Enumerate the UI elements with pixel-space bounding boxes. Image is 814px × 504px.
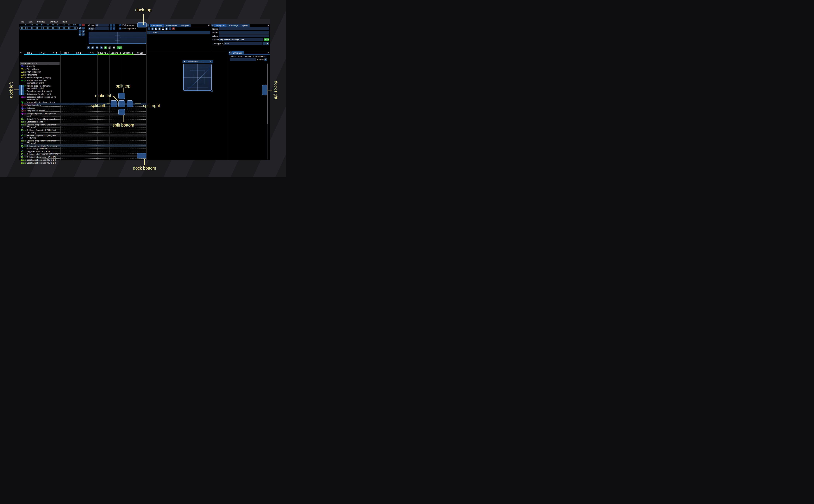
effect-row[interactable]: 06xyVolume slide + portamento (compatibi…	[21, 85, 61, 90]
pattern-cell[interactable]	[60, 126, 73, 129]
effect-table[interactable]: 00xyArpeggio01xxPitch slide up02xxPitch …	[21, 65, 61, 164]
effect-row[interactable]: 0FxxSet speed (speed 2 if no grooves exi…	[21, 112, 61, 118]
instruments-close-icon[interactable]: ✕	[208, 24, 210, 26]
pattern-cell[interactable]	[60, 150, 73, 152]
pattern-cell[interactable]	[97, 147, 110, 150]
instrument-list-item[interactable]: - None -	[147, 31, 210, 34]
transport-play-button[interactable]	[87, 46, 90, 49]
split-bottom-handle[interactable]	[118, 109, 125, 115]
pattern-cell[interactable]	[122, 116, 134, 118]
pattern-cell[interactable]	[73, 150, 85, 152]
pattern-cell[interactable]	[73, 126, 85, 129]
follow-pattern-checkbox[interactable]	[119, 27, 121, 30]
pattern-cell[interactable]	[109, 144, 122, 147]
effect-row[interactable]: 07xyTremolo (x: speed; y: depth)	[21, 90, 61, 93]
order-value[interactable]: 00	[29, 27, 34, 29]
effect-list-collapse-button[interactable]	[228, 51, 231, 54]
pattern-cell[interactable]	[85, 144, 97, 147]
pattern-cell[interactable]	[109, 157, 122, 160]
orders-chevron-down-button[interactable]	[79, 30, 81, 33]
pattern-cell[interactable]	[85, 121, 97, 123]
pattern-cell[interactable]	[122, 144, 134, 147]
step-label[interactable]: Step	[88, 27, 95, 30]
pattern-cell[interactable]	[73, 134, 85, 137]
pattern-cell[interactable]	[97, 139, 110, 142]
pattern-cell[interactable]	[73, 131, 85, 134]
tuning-minus-button[interactable]: -	[263, 42, 266, 45]
song-info-close-icon[interactable]: ✕	[267, 24, 269, 26]
pattern-cell[interactable]	[122, 147, 134, 150]
pattern-cell[interactable]	[73, 139, 85, 142]
tab-song-info[interactable]: Song Info	[214, 24, 226, 27]
order-value[interactable]: 00	[56, 27, 61, 29]
pattern-cell[interactable]	[85, 147, 97, 150]
pattern-cell[interactable]	[60, 105, 73, 108]
pattern-cell[interactable]	[60, 157, 73, 160]
tuning-input[interactable]: 440	[224, 42, 262, 45]
step-plus-button[interactable]: +	[113, 27, 115, 30]
pattern-cell[interactable]	[97, 126, 110, 129]
effect-row[interactable]: 15xxSet level of operator 4 (0 highest, …	[21, 139, 61, 145]
orders-chevron-up-button[interactable]	[82, 27, 85, 29]
pattern-cell[interactable]	[60, 155, 73, 157]
pattern-cell[interactable]	[73, 113, 85, 116]
channel-noise[interactable]: Noise	[134, 51, 146, 55]
auto-system-button[interactable]: Auto	[264, 38, 269, 41]
pattern-cell[interactable]	[73, 157, 85, 160]
pattern-cell[interactable]	[134, 142, 146, 144]
effect-search-input[interactable]	[230, 58, 256, 61]
pattern-cell[interactable]	[109, 147, 122, 150]
instruments-folder-open-button[interactable]	[155, 27, 157, 30]
pattern-cell[interactable]	[73, 129, 85, 131]
channel-fm-4[interactable]: FM 4	[60, 51, 73, 55]
pattern-cell[interactable]	[73, 110, 85, 113]
pattern-cell[interactable]	[109, 137, 122, 139]
effect-row[interactable]: 1AxxSet attack of operator 1 (0 to 1F)	[21, 156, 61, 159]
pattern-cell[interactable]	[60, 123, 73, 126]
pattern-cell[interactable]	[109, 155, 122, 157]
order-value[interactable]: 00	[67, 27, 72, 29]
pattern-cell[interactable]	[60, 152, 73, 155]
order-value[interactable]: 00	[50, 27, 56, 29]
pattern-cell[interactable]	[97, 123, 110, 126]
orders-minus-button[interactable]	[82, 24, 85, 26]
instruments-copy-button[interactable]	[151, 27, 154, 30]
order-value[interactable]: 00	[72, 27, 77, 29]
effect-row[interactable]: 08xySet panning (x: left; y: right)	[21, 93, 61, 96]
effect-scrollbar-thumb[interactable]	[267, 64, 268, 124]
channel-fm-1[interactable]: FM 1	[24, 51, 36, 55]
poly-button[interactable]: Poly	[117, 46, 122, 49]
pattern-cell[interactable]	[85, 108, 97, 110]
dock-bottom-handle[interactable]	[137, 153, 146, 158]
orders-row[interactable]: 0000000000000000000000	[20, 27, 78, 30]
channel-fm-2[interactable]: FM 2	[36, 51, 48, 55]
pattern-cell[interactable]	[85, 155, 97, 157]
pattern-cell[interactable]	[109, 134, 122, 137]
channel-fm-5[interactable]: FM 5	[73, 51, 85, 55]
album-input[interactable]	[219, 34, 269, 37]
pattern-cell[interactable]	[97, 129, 110, 131]
pattern-cell[interactable]	[134, 118, 146, 121]
order-value[interactable]: 00	[24, 27, 29, 29]
split-right-handle[interactable]	[127, 100, 133, 107]
pattern-cell[interactable]	[85, 150, 97, 152]
pattern-cell[interactable]	[97, 118, 110, 121]
pattern-cell[interactable]	[97, 150, 110, 152]
menu-item-settings[interactable]: settings	[37, 20, 45, 23]
pattern-cell[interactable]	[60, 137, 73, 139]
tab-instruments[interactable]: Instruments	[150, 24, 164, 27]
dock-right-handle[interactable]	[262, 85, 267, 95]
effect-row[interactable]: 09xxSet groove pattern (speed 1 if no gr…	[21, 96, 61, 101]
pattern-cell[interactable]	[73, 103, 85, 105]
pattern-cell[interactable]	[97, 144, 110, 147]
pattern-cell[interactable]	[134, 108, 146, 110]
channel-square-1[interactable]: Square 1	[97, 51, 110, 55]
effect-row[interactable]: 10xySetup LFO (x: enable; y: speed)	[21, 118, 61, 121]
instruments-arrow-down-button[interactable]	[169, 27, 171, 30]
pattern-cell[interactable]	[85, 116, 97, 118]
channel-square-3[interactable]: Square 3	[122, 51, 134, 55]
dock-left-handle[interactable]	[19, 85, 24, 95]
pattern-cell[interactable]	[60, 108, 73, 110]
pattern-cell[interactable]	[60, 134, 73, 137]
order-row-index[interactable]: 00	[20, 27, 24, 29]
